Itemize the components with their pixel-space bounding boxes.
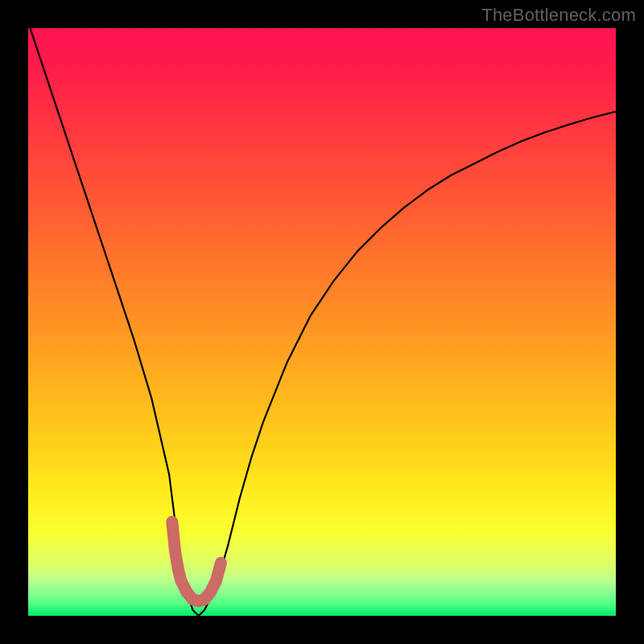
chart-frame: TheBottleneck.com <box>0 0 644 644</box>
bottleneck-curve <box>28 23 616 616</box>
plot-area <box>28 28 616 616</box>
watermark-text: TheBottleneck.com <box>481 5 636 26</box>
curve-svg <box>28 28 616 616</box>
optimal-band <box>172 522 221 601</box>
